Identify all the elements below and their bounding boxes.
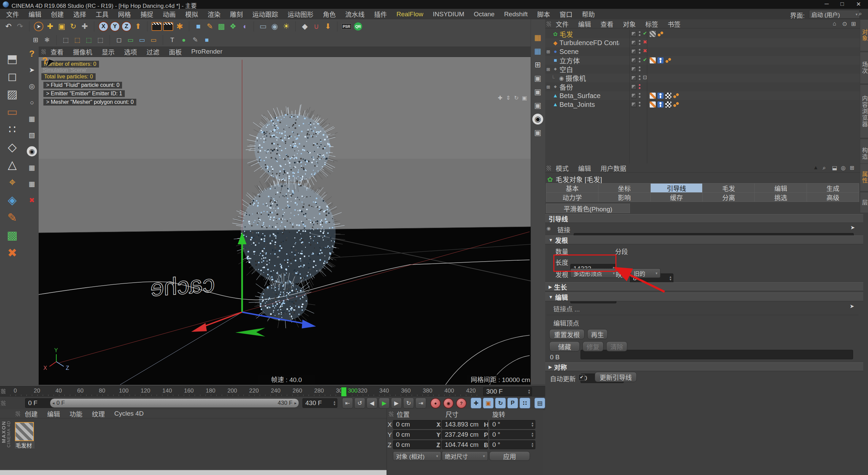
expand-icon[interactable]: ⊞: [545, 67, 551, 72]
plane-zy-icon[interactable]: ▭: [136, 34, 148, 46]
menu-item-显示[interactable]: 显示: [97, 47, 119, 56]
paint-mode-icon[interactable]: ✎: [5, 210, 20, 225]
scale-icon[interactable]: ▣: [56, 21, 67, 32]
workplane-icon[interactable]: ◻: [113, 34, 125, 46]
tab-缓存[interactable]: 缓存: [651, 192, 703, 202]
dots-orange-tag-icon[interactable]: [665, 57, 671, 63]
drag-handle-icon[interactable]: [389, 412, 393, 417]
toggle-views-icon[interactable]: ▣: [520, 94, 529, 102]
pointer-icon[interactable]: ➤: [27, 65, 37, 75]
pointer-icon[interactable]: ▲: [813, 165, 818, 171]
layer-toggle-icon[interactable]: [631, 32, 636, 37]
menu-item-标签[interactable]: 标签: [640, 19, 663, 28]
menu-item-Redshift[interactable]: Redshift: [499, 11, 533, 18]
timeline-mode-button[interactable]: ▤: [534, 398, 545, 408]
grid-snap-icon[interactable]: ▦: [27, 114, 37, 124]
maximize-button[interactable]: □: [835, 1, 849, 7]
subdivision-icon[interactable]: ▩: [216, 21, 227, 32]
menu-item-纹理[interactable]: 纹理: [87, 409, 110, 418]
menu-item-编辑[interactable]: 编辑: [24, 10, 46, 19]
coordinate-field[interactable]: 237.249 cm▲▼: [442, 430, 488, 439]
hatch-mode-icon[interactable]: ▩: [5, 228, 20, 243]
quantize-scale-icon[interactable]: ⬚: [72, 34, 83, 46]
expand-icon[interactable]: ⊞: [545, 49, 551, 54]
redo-icon[interactable]: ↷: [14, 21, 26, 32]
drag-handle-icon[interactable]: [547, 21, 551, 26]
coordinate-field[interactable]: 0 °▲▼: [489, 440, 535, 449]
undo-icon[interactable]: ↶: [3, 21, 14, 32]
store-button[interactable]: 储藏: [549, 341, 580, 352]
character-tag-icon[interactable]: [657, 93, 664, 99]
pan-icon[interactable]: ✚: [496, 94, 504, 102]
viewport[interactable]: 查看摄像机显示选项过滤面板ProRender ✚⇕↻▣ cacheXYZ Num…: [39, 46, 531, 384]
coordinate-field[interactable]: 0 cm▲▼: [393, 420, 441, 429]
menu-item-RealFlow[interactable]: RealFlow: [392, 11, 428, 18]
menu-item-书签[interactable]: 书签: [663, 19, 685, 28]
spinner-icon[interactable]: ▲▼: [531, 431, 534, 439]
object-row[interactable]: ▲Beta_Surface: [545, 91, 860, 100]
dynamic-guides-icon[interactable]: ▧: [27, 130, 37, 140]
coordinate-field[interactable]: 104.744 cm▲▼: [442, 440, 488, 449]
menu-item-文件[interactable]: 文件: [1, 10, 24, 19]
timeline-ruler[interactable]: 0204060801001201401601802002202402602803…: [0, 386, 545, 397]
character-tag-icon[interactable]: [657, 101, 664, 108]
uv-tag-icon[interactable]: [665, 93, 671, 99]
menu-item-编辑[interactable]: 编辑: [573, 19, 596, 28]
uv-mode-icon[interactable]: ◈: [5, 192, 20, 207]
section-roots[interactable]: ▼发根: [545, 235, 863, 244]
layer-toggle-icon[interactable]: [631, 49, 636, 54]
cube2-icon[interactable]: ■: [201, 34, 213, 46]
palette-add-icon[interactable]: ⊞: [532, 59, 543, 70]
help-icon[interactable]: ?: [42, 55, 48, 66]
expand-icon[interactable]: ⊞: [545, 84, 551, 90]
qr-icon[interactable]: QR: [352, 21, 364, 32]
tab-分离[interactable]: 分离: [703, 192, 755, 202]
tab-挑选[interactable]: 挑选: [755, 192, 807, 202]
help-icon[interactable]: ?: [27, 49, 37, 59]
psr-icon[interactable]: PSR: [341, 21, 352, 32]
range-end-field[interactable]: 430 F▲▼: [302, 398, 337, 408]
menu-item-流水线[interactable]: 流水线: [340, 10, 369, 19]
last-tool-icon[interactable]: ✚: [79, 21, 91, 32]
layer-toggle-icon[interactable]: [631, 93, 636, 98]
state-cross-icon[interactable]: ✖: [643, 48, 647, 54]
visibility-dots-icon[interactable]: [639, 31, 641, 36]
state-check-icon[interactable]: ✔: [643, 57, 647, 63]
range-left-arrow-icon[interactable]: ◂: [52, 401, 54, 405]
side-tab-属性[interactable]: 属性: [860, 164, 868, 191]
size-mode-dropdown[interactable]: 绝对尺寸▾: [442, 451, 488, 461]
state-check-icon[interactable]: ✔: [643, 30, 647, 36]
menu-item-雕刻[interactable]: 雕刻: [225, 10, 248, 19]
menu-item-窗口[interactable]: 窗口: [555, 10, 577, 19]
visibility-dots-icon[interactable]: [639, 84, 641, 89]
grid-b-icon[interactable]: ▦: [27, 179, 37, 189]
quantize-move-icon[interactable]: ⬚: [60, 34, 72, 46]
picker-icon[interactable]: ➤: [850, 303, 854, 309]
coordinate-field[interactable]: 143.893 cm▲▼: [442, 420, 488, 429]
tab-动力学[interactable]: 动力学: [546, 192, 598, 202]
cube-primitive-icon[interactable]: ■: [193, 21, 204, 32]
tab-编辑[interactable]: 编辑: [755, 183, 807, 193]
snap-2d-icon[interactable]: ○: [27, 97, 37, 108]
side-tab-场次[interactable]: 场次: [860, 52, 868, 84]
side-tab-对象[interactable]: 对象: [860, 19, 868, 51]
key-position-button[interactable]: ✚: [471, 398, 481, 408]
object-row[interactable]: ■立方体✔: [545, 56, 860, 65]
snap-3d-icon[interactable]: ◎: [27, 81, 37, 91]
close-button[interactable]: ✕: [852, 1, 865, 8]
object-row[interactable]: ⊞●Scene✖: [545, 47, 860, 56]
paint-tag-icon[interactable]: [650, 57, 656, 63]
visibility-dots-icon[interactable]: [639, 93, 641, 98]
minimize-button[interactable]: ─: [820, 1, 833, 7]
green-ball-icon[interactable]: ●: [178, 34, 190, 46]
interface-dropdown[interactable]: 启动 (用户) ▾: [809, 10, 860, 19]
menu-item-模式[interactable]: 模式: [551, 164, 573, 173]
object-row[interactable]: ⊞⌖空白: [545, 65, 860, 74]
palette-box-d-icon[interactable]: ▣: [532, 127, 543, 138]
coordinate-field[interactable]: 0 cm▲▼: [393, 430, 441, 439]
render-region-icon[interactable]: ◉: [532, 114, 543, 125]
keyframe-selection-button[interactable]: ?: [456, 398, 467, 408]
menu-item-查看[interactable]: 查看: [596, 19, 618, 28]
magnet-tool-icon[interactable]: ∪: [311, 21, 322, 32]
tab-坐标[interactable]: 坐标: [598, 183, 651, 193]
